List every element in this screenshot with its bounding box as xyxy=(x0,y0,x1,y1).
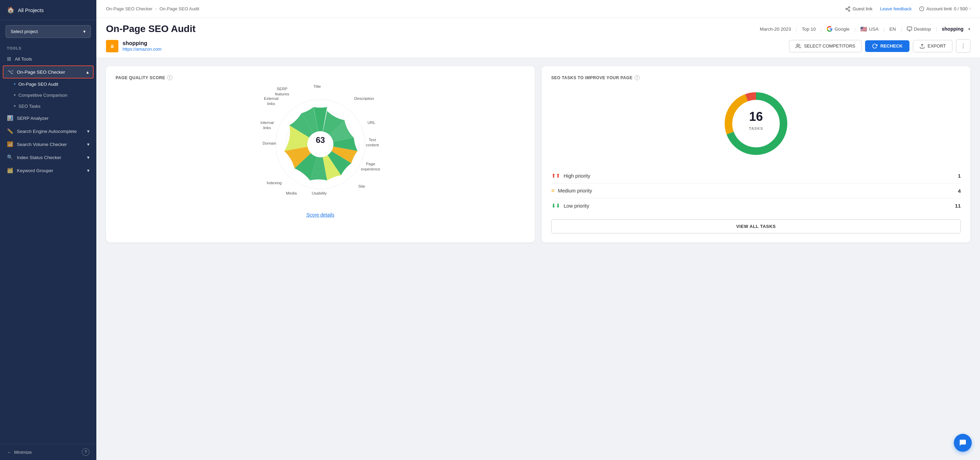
svg-point-2 xyxy=(848,10,850,11)
meta-top: Top 10 xyxy=(802,27,816,32)
recheck-button[interactable]: RECHECK xyxy=(865,40,909,52)
guest-link-button[interactable]: Guest link xyxy=(845,6,873,12)
meta-search-engine: Google xyxy=(827,26,850,32)
chat-icon xyxy=(959,439,967,447)
chart-icon: 📊 xyxy=(7,115,13,121)
sidebar-item-label: All Tools xyxy=(15,56,32,62)
topbar: On-Page SEO Checker › On-Page SEO Audit … xyxy=(96,0,980,18)
more-options-button[interactable]: ⋮ xyxy=(956,39,970,53)
chat-bubble-button[interactable] xyxy=(954,434,972,452)
meta-engine-label: Google xyxy=(834,27,850,32)
usa-flag: 🇺🇸 xyxy=(860,26,867,32)
label-media: Media xyxy=(286,191,297,196)
svg-text:TASKS: TASKS xyxy=(749,126,763,131)
grid-icon: ⊞ xyxy=(7,56,11,62)
sidebar-item-serp-analyzer[interactable]: 📊 SERP Analyzer xyxy=(0,112,96,125)
page-header-top: On-Page SEO Audit March-20 2023 | Top 10… xyxy=(106,23,970,34)
meta-keyword: shopping xyxy=(942,26,964,32)
keyword-dropdown-arrow[interactable]: ▾ xyxy=(968,27,970,31)
meta-device-label: Desktop xyxy=(914,27,931,32)
view-all-tasks-button[interactable]: VIEW ALL TASKS xyxy=(551,219,961,233)
breadcrumb-item-1[interactable]: On-Page SEO Checker xyxy=(106,6,153,11)
recheck-label: RECHECK xyxy=(880,43,902,48)
limit-icon xyxy=(919,6,924,11)
breadcrumb-item-2[interactable]: On-Page SEO Audit xyxy=(159,6,199,11)
refresh-icon xyxy=(872,43,877,49)
sidebar-item-on-page-seo[interactable]: ⌥ On-Page SEO Checker ▴ xyxy=(3,65,94,78)
sidebar-item-label: Keyword Grouper xyxy=(17,168,53,173)
svg-point-1 xyxy=(846,8,847,10)
sidebar-sub-item-seo-tasks[interactable]: SEO Tasks xyxy=(0,101,96,112)
label-domain: Domain xyxy=(262,141,276,146)
page-title: On-Page SEO Audit xyxy=(106,23,196,34)
content-grid: PAGE QUALITY SCORE i xyxy=(96,58,980,251)
low-priority-count: 11 xyxy=(955,203,961,209)
main-content: On-Page SEO Checker › On-Page SEO Audit … xyxy=(96,0,980,460)
page-quality-card: PAGE QUALITY SCORE i xyxy=(106,66,535,243)
export-icon xyxy=(920,43,925,49)
people-icon xyxy=(795,43,801,49)
breadcrumb-separator: › xyxy=(155,6,157,11)
medium-priority-count: 4 xyxy=(958,188,961,194)
page-header: On-Page SEO Audit March-20 2023 | Top 10… xyxy=(96,18,980,58)
arrow-left-icon: ← xyxy=(7,450,11,455)
site-details: shopping https://amazon.com xyxy=(123,40,161,52)
label-description: Description xyxy=(354,96,374,101)
sidebar-sub-item-competitive[interactable]: Competitive Comparison xyxy=(0,89,96,101)
low-priority-text: Low priority xyxy=(564,203,589,209)
seo-tasks-info-icon[interactable]: i xyxy=(635,75,640,80)
desktop-icon xyxy=(907,26,912,32)
sub-item-label: Competitive Comparison xyxy=(19,93,67,98)
sidebar-item-label: Search Engine Autocomplete xyxy=(17,129,77,134)
sidebar-header[interactable]: 🏠 All Projects xyxy=(0,0,96,20)
svg-text:16: 16 xyxy=(749,110,763,124)
leave-feedback-button[interactable]: Leave feedback xyxy=(880,6,912,11)
sidebar-item-label: SERP Analyzer xyxy=(17,116,49,121)
select-competitors-button[interactable]: SELECT COMPETITORS xyxy=(789,40,862,52)
label-url: URL xyxy=(368,120,375,125)
page-quality-info-icon[interactable]: i xyxy=(167,75,172,80)
more-icon: ⋮ xyxy=(960,43,966,49)
medium-priority-label: ≡ Medium priority xyxy=(551,188,592,194)
site-info: a shopping https://amazon.com xyxy=(106,40,161,52)
tools-section-label: TOOLS xyxy=(0,43,96,52)
pencil-icon: ✏️ xyxy=(7,128,13,134)
minimize-label: Minimize xyxy=(14,450,32,455)
label-internal-links: Internallinks xyxy=(261,120,274,131)
svg-line-3 xyxy=(847,9,848,10)
chevron-down-icon: ▾ xyxy=(87,128,89,134)
sidebar-sub-item-audit[interactable]: On-Page SEO Audit xyxy=(0,78,96,89)
sub-item-label: SEO Tasks xyxy=(19,104,41,109)
site-info-row: a shopping https://amazon.com SELECT COM… xyxy=(106,39,970,53)
meta-country-label: USA xyxy=(869,27,878,32)
sidebar-item-all-tools[interactable]: ⊞ All Tools xyxy=(0,52,96,65)
meta-country: 🇺🇸 USA xyxy=(860,26,878,32)
svg-rect-8 xyxy=(907,27,912,30)
account-limit-info: Account limit 0 / 500 i xyxy=(919,6,970,11)
minimize-button[interactable]: ← Minimize xyxy=(7,450,32,455)
project-select-label: Select project xyxy=(11,29,38,34)
label-title: Title xyxy=(313,84,321,89)
meta-language: EN xyxy=(889,27,896,32)
site-favicon: a xyxy=(106,40,118,52)
breadcrumb: On-Page SEO Checker › On-Page SEO Audit xyxy=(106,6,199,11)
all-projects-label: All Projects xyxy=(18,7,44,13)
sidebar-item-search-engine[interactable]: ✏️ Search Engine Autocomplete ▾ xyxy=(0,125,96,138)
sidebar-item-label: On-Page SEO Checker xyxy=(17,70,65,75)
project-select[interactable]: Select project ▾ xyxy=(5,25,91,38)
score-details-link[interactable]: Score details xyxy=(116,212,525,218)
site-url[interactable]: https://amazon.com xyxy=(123,46,161,52)
score-details-anchor[interactable]: Score details xyxy=(307,212,334,217)
export-button[interactable]: EXPORT xyxy=(913,40,953,52)
sidebar-item-index-status[interactable]: 🔍 Index Status Checker ▾ xyxy=(0,151,96,164)
info-superscript: i xyxy=(970,7,970,11)
site-name: shopping xyxy=(123,40,161,46)
label-site: Site xyxy=(358,184,365,189)
help-button[interactable]: ? xyxy=(82,448,89,456)
svg-line-4 xyxy=(847,8,848,9)
action-buttons: SELECT COMPETITORS RECHECK EXPORT ⋮ xyxy=(789,39,970,53)
priority-list: ⬆⬆ High priority 1 ≡ Medium priority 4 ⬇… xyxy=(551,168,961,213)
sidebar-item-search-volume[interactable]: 📶 Search Volume Checker ▾ xyxy=(0,138,96,151)
sidebar-item-keyword-grouper[interactable]: 🗂️ Keyword Grouper ▾ xyxy=(0,164,96,177)
export-label: EXPORT xyxy=(928,43,946,48)
